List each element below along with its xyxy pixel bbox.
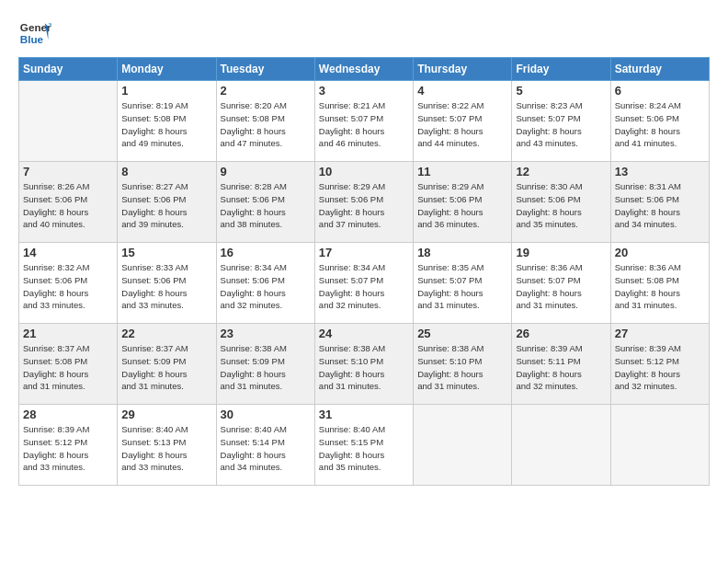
day-info: Sunrise: 8:27 AM Sunset: 5:06 PM Dayligh… [121,180,211,231]
calendar-week-row: 28Sunrise: 8:39 AM Sunset: 5:12 PM Dayli… [19,405,710,486]
calendar-cell: 23Sunrise: 8:38 AM Sunset: 5:09 PM Dayli… [216,324,314,405]
day-number: 8 [121,165,211,178]
calendar-cell: 20Sunrise: 8:36 AM Sunset: 5:08 PM Dayli… [610,243,709,324]
day-info: Sunrise: 8:35 AM Sunset: 5:07 PM Dayligh… [417,261,507,312]
calendar-cell: 9Sunrise: 8:28 AM Sunset: 5:06 PM Daylig… [216,162,314,243]
header: General Blue [18,17,710,50]
day-info: Sunrise: 8:39 AM Sunset: 5:12 PM Dayligh… [615,342,705,393]
day-number: 19 [516,246,606,259]
calendar-cell: 19Sunrise: 8:36 AM Sunset: 5:07 PM Dayli… [512,243,610,324]
day-info: Sunrise: 8:33 AM Sunset: 5:06 PM Dayligh… [121,261,211,312]
calendar-cell: 6Sunrise: 8:24 AM Sunset: 5:06 PM Daylig… [610,81,709,162]
weekday-header: Friday [512,58,610,81]
logo: General Blue [18,17,51,50]
day-info: Sunrise: 8:31 AM Sunset: 5:06 PM Dayligh… [615,180,705,231]
calendar-cell: 24Sunrise: 8:38 AM Sunset: 5:10 PM Dayli… [314,324,413,405]
day-number: 17 [319,246,409,259]
day-number: 5 [516,84,606,98]
day-number: 10 [319,165,409,178]
calendar-week-row: 21Sunrise: 8:37 AM Sunset: 5:08 PM Dayli… [19,324,710,405]
day-info: Sunrise: 8:26 AM Sunset: 5:06 PM Dayligh… [23,180,113,231]
calendar-week-row: 1Sunrise: 8:19 AM Sunset: 5:08 PM Daylig… [19,81,710,162]
day-number: 1 [121,84,211,98]
day-info: Sunrise: 8:37 AM Sunset: 5:08 PM Dayligh… [23,342,113,393]
calendar-cell: 15Sunrise: 8:33 AM Sunset: 5:06 PM Dayli… [118,243,216,324]
day-info: Sunrise: 8:30 AM Sunset: 5:06 PM Dayligh… [516,180,606,231]
calendar-cell [414,405,512,486]
calendar-cell: 22Sunrise: 8:37 AM Sunset: 5:09 PM Dayli… [118,324,216,405]
day-info: Sunrise: 8:21 AM Sunset: 5:07 PM Dayligh… [319,99,409,150]
day-number: 20 [615,246,705,259]
calendar-cell: 13Sunrise: 8:31 AM Sunset: 5:06 PM Dayli… [610,162,709,243]
calendar-cell: 5Sunrise: 8:23 AM Sunset: 5:07 PM Daylig… [512,81,610,162]
day-info: Sunrise: 8:29 AM Sunset: 5:06 PM Dayligh… [319,180,409,231]
day-number: 30 [221,408,311,421]
calendar-cell: 3Sunrise: 8:21 AM Sunset: 5:07 PM Daylig… [314,81,413,162]
day-info: Sunrise: 8:20 AM Sunset: 5:08 PM Dayligh… [221,99,311,150]
calendar-cell: 26Sunrise: 8:39 AM Sunset: 5:11 PM Dayli… [512,324,610,405]
day-info: Sunrise: 8:32 AM Sunset: 5:06 PM Dayligh… [23,261,113,312]
day-info: Sunrise: 8:34 AM Sunset: 5:06 PM Dayligh… [221,261,311,312]
calendar-cell: 7Sunrise: 8:26 AM Sunset: 5:06 PM Daylig… [19,162,118,243]
calendar-cell: 17Sunrise: 8:34 AM Sunset: 5:07 PM Dayli… [314,243,413,324]
calendar-cell: 2Sunrise: 8:20 AM Sunset: 5:08 PM Daylig… [216,81,314,162]
day-number: 24 [319,327,409,340]
weekday-header: Tuesday [216,58,314,81]
calendar-cell: 30Sunrise: 8:40 AM Sunset: 5:14 PM Dayli… [216,405,314,486]
weekday-header: Monday [118,58,216,81]
day-number: 31 [319,408,409,421]
weekday-header: Thursday [414,58,512,81]
day-info: Sunrise: 8:36 AM Sunset: 5:07 PM Dayligh… [516,261,606,312]
day-info: Sunrise: 8:39 AM Sunset: 5:12 PM Dayligh… [23,423,113,474]
weekday-header: Sunday [19,58,118,81]
calendar-cell: 16Sunrise: 8:34 AM Sunset: 5:06 PM Dayli… [216,243,314,324]
day-number: 2 [221,84,311,98]
calendar-cell [512,405,610,486]
day-info: Sunrise: 8:40 AM Sunset: 5:15 PM Dayligh… [319,423,409,474]
calendar-cell: 8Sunrise: 8:27 AM Sunset: 5:06 PM Daylig… [118,162,216,243]
calendar-cell: 28Sunrise: 8:39 AM Sunset: 5:12 PM Dayli… [19,405,118,486]
logo-icon: General Blue [18,17,51,50]
day-number: 9 [221,165,311,178]
day-number: 23 [221,327,311,340]
calendar-cell: 14Sunrise: 8:32 AM Sunset: 5:06 PM Dayli… [19,243,118,324]
day-info: Sunrise: 8:39 AM Sunset: 5:11 PM Dayligh… [516,342,606,393]
day-info: Sunrise: 8:38 AM Sunset: 5:10 PM Dayligh… [319,342,409,393]
day-info: Sunrise: 8:38 AM Sunset: 5:10 PM Dayligh… [417,342,507,393]
day-number: 11 [417,165,507,178]
calendar-cell: 12Sunrise: 8:30 AM Sunset: 5:06 PM Dayli… [512,162,610,243]
day-info: Sunrise: 8:37 AM Sunset: 5:09 PM Dayligh… [121,342,211,393]
weekday-header: Saturday [610,58,709,81]
weekday-header: Wednesday [314,58,413,81]
calendar-cell [19,81,118,162]
day-number: 27 [615,327,705,340]
day-number: 25 [417,327,507,340]
weekday-header-row: SundayMondayTuesdayWednesdayThursdayFrid… [19,58,710,81]
calendar-cell: 18Sunrise: 8:35 AM Sunset: 5:07 PM Dayli… [414,243,512,324]
day-number: 3 [319,84,409,98]
day-info: Sunrise: 8:34 AM Sunset: 5:07 PM Dayligh… [319,261,409,312]
calendar-cell: 11Sunrise: 8:29 AM Sunset: 5:06 PM Dayli… [414,162,512,243]
day-number: 14 [23,246,113,259]
day-number: 18 [417,246,507,259]
calendar-cell: 4Sunrise: 8:22 AM Sunset: 5:07 PM Daylig… [414,81,512,162]
calendar-week-row: 7Sunrise: 8:26 AM Sunset: 5:06 PM Daylig… [19,162,710,243]
day-info: Sunrise: 8:38 AM Sunset: 5:09 PM Dayligh… [221,342,311,393]
day-number: 22 [121,327,211,340]
day-number: 16 [221,246,311,259]
calendar-cell [610,405,709,486]
day-number: 26 [516,327,606,340]
calendar-cell: 29Sunrise: 8:40 AM Sunset: 5:13 PM Dayli… [118,405,216,486]
day-number: 15 [121,246,211,259]
svg-text:Blue: Blue [20,33,44,45]
calendar-cell: 10Sunrise: 8:29 AM Sunset: 5:06 PM Dayli… [314,162,413,243]
calendar-cell: 31Sunrise: 8:40 AM Sunset: 5:15 PM Dayli… [314,405,413,486]
day-number: 4 [417,84,507,98]
calendar-cell: 21Sunrise: 8:37 AM Sunset: 5:08 PM Dayli… [19,324,118,405]
calendar-cell: 25Sunrise: 8:38 AM Sunset: 5:10 PM Dayli… [414,324,512,405]
day-number: 28 [23,408,113,421]
day-info: Sunrise: 8:29 AM Sunset: 5:06 PM Dayligh… [417,180,507,231]
day-info: Sunrise: 8:40 AM Sunset: 5:14 PM Dayligh… [221,423,311,474]
day-info: Sunrise: 8:23 AM Sunset: 5:07 PM Dayligh… [516,99,606,150]
day-info: Sunrise: 8:36 AM Sunset: 5:08 PM Dayligh… [615,261,705,312]
